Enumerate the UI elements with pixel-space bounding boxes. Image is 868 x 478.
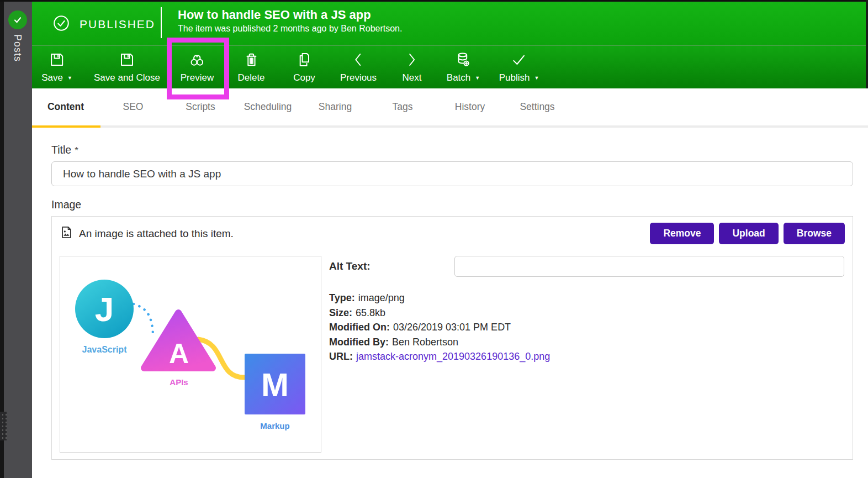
content-panel: Title* Image An image is attached to thi… <box>32 128 868 478</box>
tab-bar: Content SEO Scripts Scheduling Sharing T… <box>32 88 868 128</box>
meta-modified-on: Modified On:03/26/2019 03:01 PM EDT <box>329 320 844 335</box>
title-input[interactable] <box>51 161 853 186</box>
image-file-icon <box>59 225 74 242</box>
meta-size: Size:65.8kb <box>329 306 844 321</box>
tab-seo[interactable]: SEO <box>99 101 167 113</box>
trash-icon <box>242 51 260 69</box>
check-icon <box>510 51 528 69</box>
delete-label: Delete <box>237 72 264 83</box>
tab-history[interactable]: History <box>436 101 504 113</box>
tab-sharing[interactable]: Sharing <box>301 101 369 113</box>
batch-label: Batch <box>447 72 470 83</box>
floppy-icon <box>48 51 66 69</box>
meta-modified-by: Modified By:Ben Robertson <box>329 335 844 350</box>
apis-label: APIs <box>170 377 188 387</box>
tab-tags[interactable]: Tags <box>369 101 436 113</box>
letter-j: J <box>95 290 114 328</box>
batch-button[interactable]: Batch▼ <box>447 46 480 88</box>
letter-a: A <box>169 338 189 369</box>
meta-url: URL:jamstack-acronym_20190326190136_0.pn… <box>329 349 844 364</box>
meta-url-label: URL: <box>329 351 353 362</box>
image-meta-column: Alt Text: Type:image/png Size:65.8kb Mod… <box>329 256 844 364</box>
copy-button[interactable]: Copy <box>293 46 315 88</box>
upload-button[interactable]: Upload <box>719 223 778 244</box>
save-label: Save <box>41 72 63 83</box>
next-button[interactable]: Next <box>403 46 422 88</box>
meta-type-label: Type: <box>329 292 355 303</box>
save-button[interactable]: Save▼ <box>41 46 72 88</box>
letter-m: M <box>261 366 289 403</box>
caret-down-icon[interactable]: ▼ <box>67 76 72 81</box>
save-and-close-button[interactable]: Save and Close <box>94 46 160 88</box>
caret-down-icon[interactable]: ▼ <box>475 76 480 81</box>
header-divider <box>161 7 162 38</box>
markup-label: Markup <box>260 421 289 430</box>
window-top-edge <box>0 0 868 2</box>
left-sidebar: Posts <box>0 0 32 478</box>
publish-button[interactable]: Publish▼ <box>499 46 539 88</box>
sidebar-item-posts[interactable]: Posts <box>12 34 23 62</box>
save-and-close-label: Save and Close <box>94 72 160 83</box>
browse-button[interactable]: Browse <box>784 223 845 244</box>
delete-button[interactable]: Delete <box>237 46 264 88</box>
alt-text-label: Alt Text: <box>329 260 454 272</box>
chevron-right-icon <box>403 51 421 69</box>
tab-scheduling[interactable]: Scheduling <box>234 101 301 113</box>
meta-size-label: Size: <box>329 307 352 318</box>
chevron-left-icon <box>350 51 367 69</box>
action-toolbar: Save▼ Save and Close Preview Delete Copy… <box>32 45 868 88</box>
window-right-edge <box>866 0 868 88</box>
meta-type-value: image/png <box>358 292 405 303</box>
copy-label: Copy <box>293 72 315 83</box>
status-badge: PUBLISHED <box>80 18 155 31</box>
jamstack-illustration: J JavaScript A APIs M Markup <box>60 256 321 452</box>
image-section-label: Image <box>51 198 853 211</box>
caret-down-icon[interactable]: ▼ <box>534 76 539 81</box>
image-thumbnail: J JavaScript A APIs M Markup <box>60 256 321 453</box>
tab-content[interactable]: Content <box>32 101 99 113</box>
tab-scripts[interactable]: Scripts <box>167 101 234 113</box>
previous-label: Previous <box>340 72 377 83</box>
page-subtitle: The item was published 2 months ago by B… <box>178 24 402 34</box>
published-check-icon <box>52 14 71 35</box>
required-asterisk: * <box>75 145 78 156</box>
dotted-connector <box>134 304 153 334</box>
title-field-label: Title* <box>51 144 853 156</box>
javascript-label: JavaScript <box>82 345 128 354</box>
meta-modified-on-value: 03/26/2019 03:01 PM EDT <box>393 322 511 333</box>
image-url-link[interactable]: jamstack-acronym_20190326190136_0.png <box>356 351 550 362</box>
alt-text-input[interactable] <box>454 256 844 277</box>
page-title: How to handle SEO with a JS app <box>178 8 402 22</box>
title-label-text: Title <box>51 144 71 156</box>
copy-pages-icon <box>295 51 313 69</box>
meta-modified-by-value: Ben Robertson <box>392 337 458 348</box>
meta-size-value: 65.8kb <box>356 307 385 318</box>
tab-settings[interactable]: Settings <box>504 101 571 113</box>
publish-label: Publish <box>499 72 530 83</box>
remove-button[interactable]: Remove <box>650 223 714 244</box>
active-tab-underline <box>32 125 100 128</box>
attached-message: An image is attached to this item. <box>79 228 234 240</box>
app-window: Posts PUBLISHED How to handle SEO with a… <box>0 0 868 478</box>
preview-highlight-box <box>167 38 229 99</box>
meta-modified-by-label: Modified By: <box>329 337 389 348</box>
page-header: PUBLISHED How to handle SEO with a JS ap… <box>32 0 868 45</box>
meta-type: Type:image/png <box>329 291 844 306</box>
meta-modified-on-label: Modified On: <box>329 322 390 333</box>
next-label: Next <box>403 72 422 83</box>
image-section: An image is attached to this item. Remov… <box>51 216 853 460</box>
floppy-icon <box>118 51 136 69</box>
posts-status-check-icon <box>8 10 27 29</box>
sidebar-drag-handle[interactable] <box>0 412 7 440</box>
previous-button[interactable]: Previous <box>340 46 377 88</box>
database-add-icon <box>454 51 472 69</box>
